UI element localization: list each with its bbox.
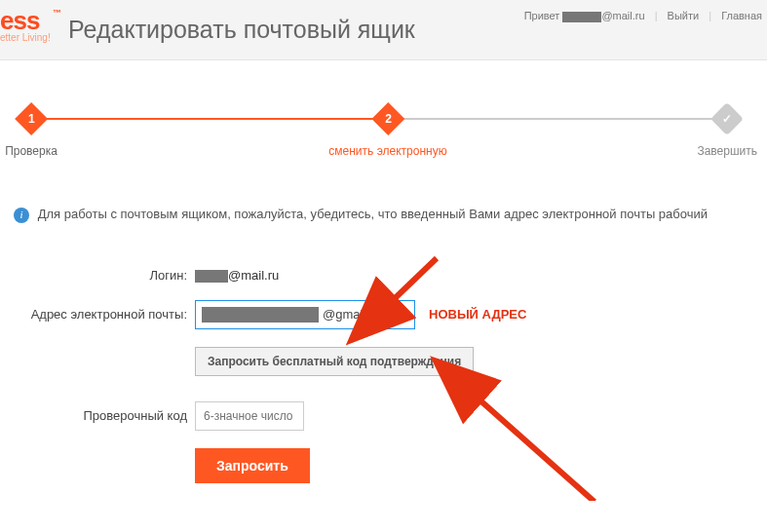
row-login: Логин: @mail.ru bbox=[0, 268, 767, 283]
email-suffix: @mail.ru bbox=[601, 10, 644, 21]
check-icon: ✓ bbox=[722, 112, 732, 126]
row-email: Адрес электронной почты: @gmail.cor НОВЫ… bbox=[0, 300, 767, 329]
step-label: Завершить bbox=[697, 144, 757, 158]
header: ess ™ etter Living! Редактировать почтов… bbox=[0, 0, 767, 60]
step-label: Проверка bbox=[5, 144, 58, 158]
submit-button[interactable]: Запросить bbox=[195, 448, 310, 483]
request-code-button[interactable]: Запросить бесплатный код подтверждения bbox=[195, 347, 474, 376]
email-field[interactable]: @gmail.cor bbox=[195, 300, 415, 329]
step-label: сменить электронную bbox=[328, 144, 446, 158]
username-masked bbox=[562, 12, 601, 22]
separator: | bbox=[655, 10, 658, 21]
step-badge: 1 bbox=[15, 102, 48, 135]
home-link[interactable]: Главная bbox=[721, 10, 762, 21]
logo-tm: ™ bbox=[53, 8, 60, 18]
step-3: ✓ Завершить bbox=[697, 107, 757, 158]
page-title: Редактировать почтовый ящик bbox=[68, 16, 415, 44]
row-code: Проверочный код bbox=[0, 401, 767, 431]
step-1: 1 Проверка bbox=[5, 107, 58, 158]
row-submit: Запросить bbox=[0, 448, 767, 483]
info-icon: i bbox=[14, 208, 29, 223]
logout-link[interactable]: Выйти bbox=[668, 10, 700, 21]
annotation-new-address: НОВЫЙ АДРЕС bbox=[429, 307, 526, 322]
step-number: 2 bbox=[385, 112, 392, 126]
email-value-masked bbox=[202, 307, 319, 323]
progress-steps: 1 Проверка 2 сменить электронную ✓ Завер… bbox=[18, 107, 749, 166]
info-text: Для работы с почтовым ящиком, пожалуйста… bbox=[38, 207, 708, 221]
login-masked bbox=[195, 270, 228, 283]
email-domain: @gmail.cor bbox=[323, 307, 387, 322]
login-value: @mail.ru bbox=[195, 268, 279, 283]
step-2: 2 сменить электронную bbox=[328, 107, 446, 158]
greeting-label: Привет bbox=[524, 10, 560, 21]
email-label: Адрес электронной почты: bbox=[0, 307, 195, 322]
info-box: i Для работы с почтовым ящиком, пожалуйс… bbox=[14, 205, 753, 224]
row-request-code: Запросить бесплатный код подтверждения bbox=[0, 347, 767, 376]
logo[interactable]: ess ™ etter Living! bbox=[0, 6, 51, 43]
separator: | bbox=[709, 10, 711, 21]
logo-text: ess bbox=[0, 6, 39, 35]
step-badge: 2 bbox=[371, 102, 404, 135]
step-badge: ✓ bbox=[710, 102, 744, 135]
step-number: 1 bbox=[28, 112, 35, 126]
userbar: Привет @mail.ru | Выйти | Главная bbox=[524, 10, 762, 22]
code-field[interactable] bbox=[195, 401, 304, 431]
login-label: Логин: bbox=[0, 268, 195, 283]
login-suffix: @mail.ru bbox=[228, 268, 279, 283]
form: Логин: @mail.ru Адрес электронной почты:… bbox=[0, 268, 767, 483]
code-label: Проверочный код bbox=[0, 408, 195, 423]
